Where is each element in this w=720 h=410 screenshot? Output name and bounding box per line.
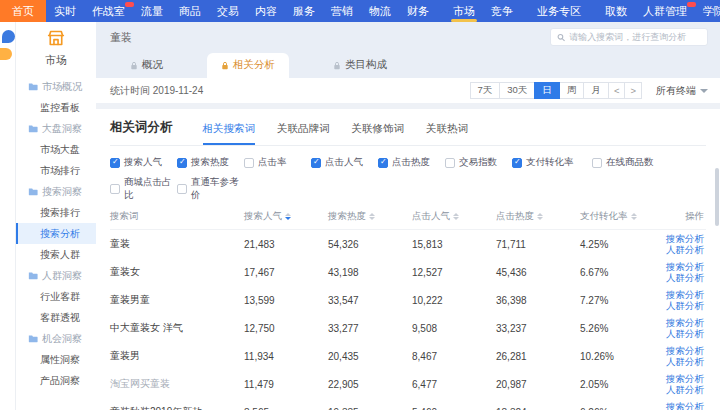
nav-item-2[interactable]: 作战室 — [84, 0, 133, 22]
folder-icon — [28, 187, 38, 196]
nav-item-3[interactable]: 流量 — [133, 0, 171, 22]
metric-checkbox-9[interactable]: 直通车参考价 — [177, 176, 244, 202]
action-link-0[interactable]: 搜索分析 — [666, 233, 704, 244]
metric-checkbox-6[interactable]: 支付转化率 — [512, 156, 592, 169]
metric-checkbox-7[interactable]: 在线商品数 — [592, 156, 659, 169]
nav-item-5[interactable]: 交易 — [209, 0, 247, 22]
action-link-1[interactable]: 人群分析 — [666, 300, 704, 311]
sidebar-menu: 市场概况监控看板大盘洞察市场大盘市场排行搜索洞察搜索排行搜索分析搜索人群人群洞察… — [16, 76, 96, 391]
action-link-1[interactable]: 人群分析 — [666, 272, 704, 283]
value-cell: 54,326 — [328, 239, 412, 250]
table-row: 童装男童13,59933,54710,22236,3987.27%搜索分析人群分… — [110, 286, 706, 314]
nav-item-12[interactable]: 竞争 — [483, 0, 521, 22]
tab-2[interactable]: 类目构成 — [319, 53, 401, 78]
column-header-5[interactable]: 支付转化率 — [580, 210, 664, 223]
page-keyword: 童装 — [110, 30, 132, 45]
action-link-0[interactable]: 搜索分析 — [666, 261, 704, 272]
sidebar-item-label: 搜索排行 — [40, 206, 80, 220]
sort-icon[interactable] — [453, 213, 459, 220]
column-label: 搜索词 — [110, 210, 139, 223]
metric-checkbox-4[interactable]: 点击热度 — [378, 156, 445, 169]
sidebar-item-3[interactable]: 市场大盘 — [16, 139, 96, 160]
active-nav-underline — [451, 19, 477, 22]
word-tab-1[interactable]: 关联品牌词 — [277, 122, 330, 145]
sort-icon[interactable] — [285, 213, 291, 220]
metric-checkbox-1[interactable]: 搜索热度 — [177, 156, 244, 169]
nav-item-13[interactable]: 业务专区 — [529, 0, 589, 22]
period-button[interactable]: 30天 — [499, 82, 535, 99]
sidebar-item-10[interactable]: 行业客群 — [16, 286, 96, 307]
metric-checkbox-3[interactable]: 点击人气 — [311, 156, 378, 169]
nav-item-label: 财务 — [407, 4, 429, 19]
prev-date-button[interactable]: < — [608, 82, 626, 99]
nav-item-1[interactable]: 实时 — [46, 0, 84, 22]
sidebar-item-4[interactable]: 市场排行 — [16, 160, 96, 181]
word-tab-2[interactable]: 关联修饰词 — [352, 122, 405, 145]
nav-item-14[interactable]: 取数 — [597, 0, 635, 22]
collapsed-tag-icon — [0, 48, 12, 60]
metric-checkbox-5[interactable]: 交易指数 — [445, 156, 512, 169]
word-tab-3[interactable]: 关联热词 — [426, 122, 468, 145]
nav-item-7[interactable]: 服务 — [285, 0, 323, 22]
nav-item-4[interactable]: 商品 — [171, 0, 209, 22]
sidebar-item-6[interactable]: 搜索排行 — [16, 202, 96, 223]
action-link-1[interactable]: 人群分析 — [666, 384, 704, 395]
column-header-4[interactable]: 点击热度 — [496, 210, 580, 223]
action-link-1[interactable]: 人群分析 — [666, 244, 704, 255]
sidebar-item-11[interactable]: 客群透视 — [16, 307, 96, 328]
nav-item-0[interactable]: 首页 — [0, 0, 46, 22]
sidebar-group-2[interactable]: 大盘洞察 — [16, 118, 96, 139]
action-link-0[interactable]: 搜索分析 — [666, 289, 704, 300]
sidebar-item-label: 市场排行 — [40, 164, 80, 178]
sidebar-item-14[interactable]: 产品洞察 — [16, 370, 96, 391]
period-button[interactable]: 日 — [534, 82, 560, 99]
column-header-3[interactable]: 点击人气 — [412, 210, 496, 223]
metric-label: 搜索人气 — [124, 156, 162, 169]
terminal-dropdown[interactable]: 所有终端 — [656, 84, 708, 98]
nav-item-8[interactable]: 营销 — [323, 0, 361, 22]
action-link-1[interactable]: 人群分析 — [666, 356, 704, 367]
action-link-0[interactable]: 搜索分析 — [666, 345, 704, 356]
nav-item-15[interactable]: 人群管理 — [635, 0, 695, 22]
period-button[interactable]: 周 — [559, 82, 585, 99]
action-link-0[interactable]: 搜索分析 — [666, 373, 704, 384]
sidebar-item-1[interactable]: 监控看板 — [16, 97, 96, 118]
sidebar-group-9[interactable]: 人群洞察 — [16, 265, 96, 286]
vertical-scrollbar[interactable] — [715, 168, 719, 226]
sidebar-group-0[interactable]: 市场概况 — [16, 76, 96, 97]
nav-item-16[interactable]: 学院 — [695, 0, 720, 22]
word-tab-0[interactable]: 相关搜索词 — [203, 122, 256, 145]
action-link-0[interactable]: 搜索分析 — [666, 317, 704, 328]
keyword-search-box[interactable] — [550, 28, 708, 46]
sidebar-item-label: 市场大盘 — [40, 143, 80, 157]
nav-item-6[interactable]: 内容 — [247, 0, 285, 22]
metric-checkbox-0[interactable]: 搜索人气 — [110, 156, 177, 169]
keyword-cell: 童装男 — [110, 349, 244, 363]
period-button[interactable]: 月 — [583, 82, 609, 99]
nav-item-10[interactable]: 财务 — [399, 0, 437, 22]
period-button[interactable]: 7天 — [470, 82, 501, 99]
sidebar-item-8[interactable]: 搜索人群 — [16, 244, 96, 265]
metric-checkbox-8[interactable]: 商城点击占比 — [110, 176, 177, 202]
column-header-1[interactable]: 搜索人气 — [244, 210, 328, 223]
tab-1[interactable]: 相关分析 — [207, 53, 289, 78]
action-link-1[interactable]: 人群分析 — [666, 328, 704, 339]
sidebar-item-7[interactable]: 搜索分析 — [16, 223, 96, 244]
logo-strip — [0, 22, 16, 410]
sort-icon[interactable] — [537, 213, 543, 220]
value-cell: 33,237 — [496, 323, 580, 334]
sort-icon[interactable] — [631, 213, 637, 220]
nav-item-9[interactable]: 物流 — [361, 0, 399, 22]
tab-0[interactable]: 概况 — [116, 53, 177, 78]
action-link-0[interactable]: 搜索分析 — [666, 401, 704, 410]
next-date-button[interactable]: > — [624, 82, 642, 99]
sidebar-item-13[interactable]: 属性洞察 — [16, 349, 96, 370]
sidebar-group-12[interactable]: 机会洞察 — [16, 328, 96, 349]
panel-header: 相关词分析 相关搜索词关联品牌词关联修饰词关联热词 — [110, 119, 706, 146]
sort-icon[interactable] — [369, 213, 375, 220]
sidebar-group-5[interactable]: 搜索洞察 — [16, 181, 96, 202]
metric-checkbox-2[interactable]: 点击率 — [244, 156, 311, 169]
column-header-2[interactable]: 搜索热度 — [328, 210, 412, 223]
search-input[interactable] — [569, 32, 701, 42]
nav-item-11[interactable]: 市场 — [445, 0, 483, 22]
